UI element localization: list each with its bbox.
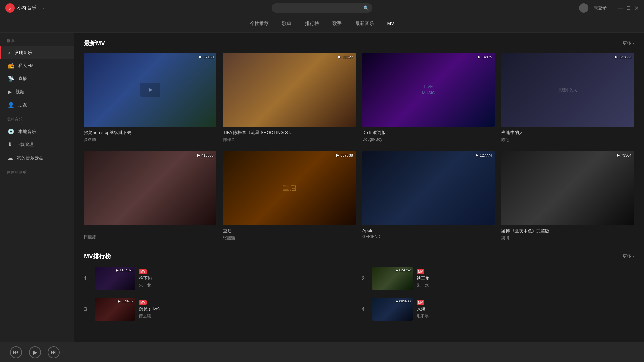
rank-number-1: 1 xyxy=(84,276,91,282)
mv-thumb-6: 重启 xyxy=(223,151,356,225)
rank-thumb-3: ▶ 559675 xyxy=(95,298,135,321)
back-button[interactable]: ‹ xyxy=(43,5,45,11)
close-button[interactable]: ✕ xyxy=(634,5,639,11)
rank-name-3: 演员 (Live) xyxy=(139,306,356,312)
sidebar: 推荐 ♪ 发现音乐 📻 私人FM 📡 直播 ▶ 视频 👤 朋友 我的音乐 💿 本… xyxy=(0,33,74,342)
title-right: 未登录 — □ ✕ xyxy=(579,3,639,13)
rank-info-3: MV 演员 (Live) 薛之谦 xyxy=(139,300,356,319)
mv-card-1[interactable]: ▶ ▶ 37150 猴笼non-stop继续跳下去 萧敬腾 xyxy=(84,53,216,144)
play-count-icon-3: ▶ xyxy=(478,55,480,59)
main-layout: 推荐 ♪ 发现音乐 📻 私人FM 📡 直播 ▶ 视频 👤 朋友 我的音乐 💿 本… xyxy=(0,33,644,342)
mv-badge-3: MV xyxy=(139,300,147,305)
rank-play-icon-3: ▶ xyxy=(118,299,121,303)
cloud-icon: ☁ xyxy=(8,155,13,161)
rank-artist-2: 朱一龙 xyxy=(417,283,634,288)
tab-chart[interactable]: 排行榜 xyxy=(305,16,319,32)
mv-info-4: 夹缝中的人 陈翔 xyxy=(501,127,634,144)
mv-title-8: 梁博《昼夜本色》完整版 xyxy=(501,228,634,234)
rank-item-1[interactable]: 1 ▶ 1137161 MV 往下跳 朱一龙 xyxy=(84,266,356,291)
mv-view-count-8: ▶ 73364 xyxy=(617,153,631,157)
mv-card-3[interactable]: LIVE MUSIC ▶ 14975 Do It 歌词版 Dough-Boy xyxy=(362,53,495,144)
sidebar-label-fm: 私人FM xyxy=(18,63,34,69)
mv-chart-title: MV排行榜 xyxy=(84,252,111,260)
sidebar-item-download[interactable]: ⬇ 下载管理 xyxy=(0,138,74,151)
mv-info-6: 重启 张韶涵 xyxy=(223,225,356,242)
tab-mv[interactable]: MV xyxy=(387,16,394,32)
rank-item-2[interactable]: 2 ▶ 624752 MV 铁三角 朱一龙 xyxy=(362,266,634,291)
mv-card-7[interactable]: ▶ 127774 Apple GFRIEND xyxy=(362,151,495,242)
rank-info-2: MV 铁三角 朱一龙 xyxy=(417,269,634,288)
mv-chart-more[interactable]: 更多 › xyxy=(623,253,634,259)
window-controls: — □ ✕ xyxy=(618,5,639,11)
mv-title-6: 重启 xyxy=(223,228,356,234)
mv-title-3: Do It 歌词版 xyxy=(362,130,495,136)
rank-thumb-4: ▶ 809633 xyxy=(372,298,413,321)
mv-card-8[interactable]: ▶ 73364 梁博《昼夜本色》完整版 梁博 xyxy=(501,151,634,242)
rank-number-2: 2 xyxy=(362,276,368,282)
mv-info-3: Do It 歌词版 Dough-Boy xyxy=(362,127,495,143)
play-count-icon: ▶ xyxy=(199,55,202,59)
sidebar-item-live[interactable]: 📡 直播 xyxy=(0,72,74,85)
rank-play-icon-4: ▶ xyxy=(396,299,398,303)
sidebar-item-local[interactable]: 💿 本地音乐 xyxy=(0,125,74,138)
mv-thumb-7 xyxy=(362,151,495,225)
play-icon: ▶ xyxy=(33,349,37,356)
rank-item-4[interactable]: 4 ▶ 809633 MV 入海 毛不易 xyxy=(362,297,634,322)
mv-info-2: TIFA 陈梓童《流星 SHOOTING ST... 陈梓童 xyxy=(223,127,356,144)
latest-mv-title: 最新MV xyxy=(84,39,105,47)
rank-name-4: 入海 xyxy=(417,306,634,312)
mv-view-count-7: ▶ 127774 xyxy=(476,153,492,157)
mv-thumb-5 xyxy=(84,151,216,225)
maximize-button[interactable]: □ xyxy=(627,5,630,11)
mv-card-5[interactable]: ▶ 413633 —— 田馥甄 xyxy=(84,151,216,242)
mv-thumb-1: ▶ xyxy=(84,53,216,127)
sidebar-item-cloud[interactable]: ☁ 我的音乐云盘 xyxy=(0,151,74,164)
ranking-grid: 1 ▶ 1137161 MV 往下跳 朱一龙 2 xyxy=(84,266,634,322)
sidebar-label-local: 本地音乐 xyxy=(18,129,36,135)
titlebar: ♪ 小符音乐 ‹ 🔍 未登录 — □ ✕ xyxy=(0,0,644,16)
latest-mv-header: 最新MV 更多 › xyxy=(84,39,634,47)
minimize-button[interactable]: — xyxy=(618,5,623,11)
sidebar-item-video[interactable]: ▶ 视频 xyxy=(0,85,74,98)
search-input[interactable] xyxy=(275,6,363,11)
rank-artist-1: 朱一龙 xyxy=(139,283,356,288)
play-button[interactable]: ▶ xyxy=(29,346,41,358)
mv-chart-header: MV排行榜 更多 › xyxy=(84,252,634,260)
mv-view-count-2: ▶ 36327 xyxy=(338,55,353,59)
rank-play-icon-1: ▶ xyxy=(116,268,119,272)
sidebar-label-friends: 朋友 xyxy=(18,102,27,108)
mv-artist-5: 田馥甄 xyxy=(84,234,216,240)
user-login-label[interactable]: 未登录 xyxy=(594,5,607,11)
mv-view-count-5: ▶ 413633 xyxy=(197,153,214,157)
mv-artist-7: GFRIEND xyxy=(362,234,495,239)
mv-title-7: Apple xyxy=(362,228,495,233)
mv-info-5: —— 田馥甄 xyxy=(84,225,216,241)
play-count-icon-6: ▶ xyxy=(336,153,339,157)
tab-singer[interactable]: 歌手 xyxy=(332,16,342,32)
rank-view-1: ▶ 1137161 xyxy=(116,268,133,272)
mv-card-4[interactable]: 夹缝中的人 ▶ 132833 夹缝中的人 陈翔 xyxy=(501,53,634,144)
next-button[interactable]: ⏭ xyxy=(48,346,60,358)
mv-card-2[interactable]: ▶ 36327 TIFA 陈梓童《流星 SHOOTING ST... 陈梓童 xyxy=(223,53,356,144)
tab-playlist[interactable]: 歌单 xyxy=(282,16,291,32)
sidebar-label-video: 视频 xyxy=(16,89,24,95)
mv-card-6[interactable]: 重启 ▶ 567338 重启 张韶涵 xyxy=(223,151,356,242)
chevron-right-icon-2: › xyxy=(633,254,634,259)
mv-badge-4: MV xyxy=(417,300,424,305)
sidebar-item-discover[interactable]: ♪ 发现音乐 xyxy=(0,46,74,59)
rank-item-3[interactable]: 3 ▶ 559675 MV 演员 (Live) 薛之谦 xyxy=(84,297,356,322)
rank-name-1: 往下跳 xyxy=(139,275,356,281)
sidebar-item-friends[interactable]: 👤 朋友 xyxy=(0,98,74,111)
mv-artist-2: 陈梓童 xyxy=(223,137,356,143)
tab-personal[interactable]: 个性推荐 xyxy=(250,16,269,32)
sidebar-item-fm[interactable]: 📻 私人FM xyxy=(0,59,74,72)
play-count-icon-4: ▶ xyxy=(615,55,618,59)
tab-new-music[interactable]: 最新音乐 xyxy=(355,16,374,32)
search-bar: 🔍 xyxy=(272,3,372,13)
rank-view-3: ▶ 559675 xyxy=(118,299,133,303)
mv-artist-4: 陈翔 xyxy=(501,137,634,143)
prev-button[interactable]: ⏮ xyxy=(10,346,22,358)
rank-number-3: 3 xyxy=(84,306,91,312)
latest-mv-more[interactable]: 更多 › xyxy=(623,40,634,46)
search-icon[interactable]: 🔍 xyxy=(363,5,369,11)
